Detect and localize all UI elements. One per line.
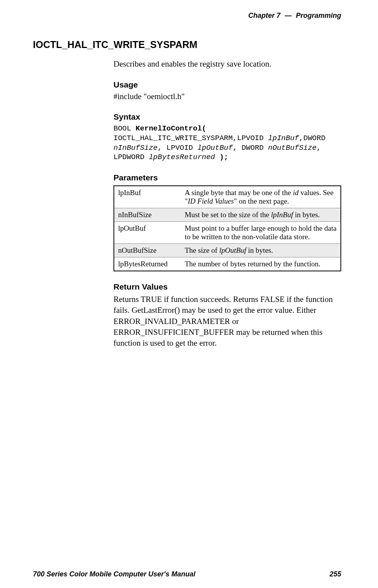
table-row: nOutBufSize The size of lpOutBuf in byte… xyxy=(114,244,341,257)
table-row: lpInBuf A single byte that may be one of… xyxy=(114,186,341,208)
chapter-title: Programming xyxy=(296,12,341,19)
param-name: lpInBuf xyxy=(114,186,181,208)
syntax-token: , LPVOID xyxy=(158,144,198,152)
syntax-code: BOOL KernelIoControl( IOCTL_HAL_ITC_WRIT… xyxy=(113,124,341,162)
header-separator: — xyxy=(285,12,292,19)
footer-page-number: 255 xyxy=(330,570,341,578)
return-values-text: Returns TRUE if function succeeds. Retur… xyxy=(113,294,341,349)
usage-heading: Usage xyxy=(113,80,341,89)
content-block: Describes and enables the registry save … xyxy=(113,59,341,349)
syntax-token-ital: nOutBufSize xyxy=(268,144,316,152)
syntax-token: ,DWORD xyxy=(299,134,325,142)
parameters-table: lpInBuf A single byte that may be one of… xyxy=(113,185,341,271)
running-header: Chapter 7 — Programming xyxy=(33,12,341,20)
return-values-heading: Return Values xyxy=(113,282,341,291)
description-text: Describes and enables the registry save … xyxy=(113,59,341,69)
table-row: nInBufSize Must be set to the size of th… xyxy=(114,208,341,222)
page: Chapter 7 — Programming IOCTL_HAL_ITC_WR… xyxy=(0,0,378,588)
param-desc: A single byte that may be one of the id … xyxy=(181,186,341,208)
usage-text: #include "oemioctl.h" xyxy=(113,92,341,101)
syntax-heading: Syntax xyxy=(113,112,341,122)
syntax-token: IOCTL_HAL_ITC_WRITE_SYSPARM,LPVOID xyxy=(113,134,268,142)
param-name: lpBytesReturned xyxy=(114,257,181,271)
syntax-token: BOOL xyxy=(113,124,136,133)
syntax-token-ital: nInBufSize xyxy=(113,144,158,152)
table-row: lpOutBuf Must point to a buffer large en… xyxy=(114,222,341,244)
table-row: lpBytesReturned The number of bytes retu… xyxy=(114,257,341,271)
param-desc: The number of bytes returned by the func… xyxy=(181,257,341,271)
syntax-token-ital: lpBytesReturned xyxy=(149,153,215,161)
param-desc: Must be set to the size of the lpInBuf i… xyxy=(181,208,341,222)
syntax-token-ital: lpOutBuf xyxy=(198,144,233,152)
syntax-token-bold: ); xyxy=(215,153,228,161)
parameters-heading: Parameters xyxy=(113,173,341,182)
param-name: nOutBufSize xyxy=(114,244,181,257)
param-desc: The size of lpOutBuf in bytes. xyxy=(181,244,341,257)
chapter-prefix: Chapter xyxy=(248,12,275,19)
param-name: nInBufSize xyxy=(114,208,181,222)
footer: 700 Series Color Mobile Computer User's … xyxy=(33,570,341,578)
page-title: IOCTL_HAL_ITC_WRITE_SYSPARM xyxy=(33,39,341,50)
chapter-number: 7 xyxy=(277,12,280,19)
footer-manual-title: 700 Series Color Mobile Computer User's … xyxy=(33,570,195,578)
param-desc: Must point to a buffer large enough to h… xyxy=(181,222,341,244)
syntax-token-bold: KernelIoControl( xyxy=(136,124,206,133)
syntax-token-ital: lpInBuf xyxy=(268,134,299,142)
param-name: lpOutBuf xyxy=(114,222,181,244)
syntax-token: , DWORD xyxy=(233,144,268,152)
